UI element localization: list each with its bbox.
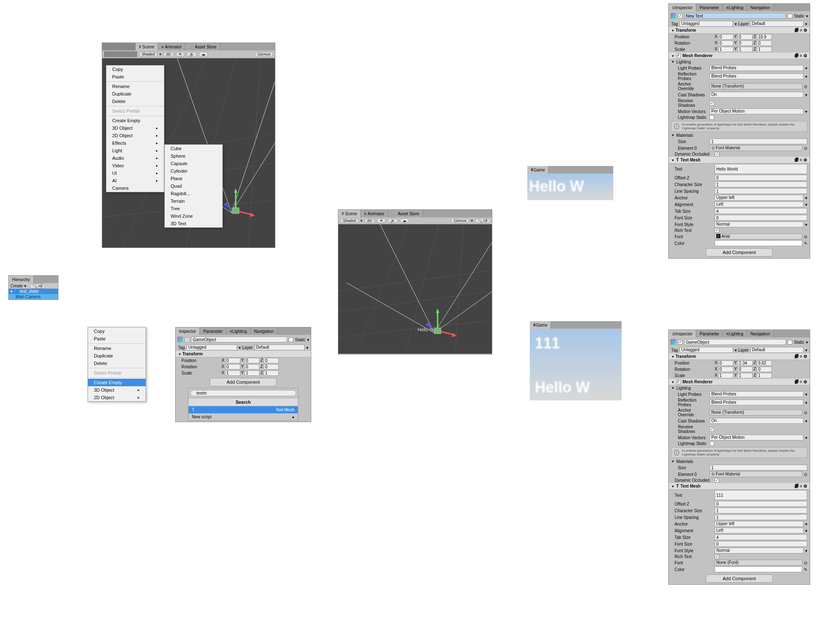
tab-lighting-b[interactable]: ≡ Lighting bbox=[723, 4, 747, 11]
motion-vectors-b[interactable]: Per Object Motion bbox=[710, 108, 803, 114]
scl-y-c[interactable] bbox=[738, 373, 753, 378]
search-result-text-mesh[interactable]: T Text Mesh bbox=[189, 406, 298, 413]
transform-header-b[interactable]: Transform bbox=[671, 28, 696, 33]
rot-x-c[interactable] bbox=[718, 367, 733, 372]
active-checkbox-b[interactable] bbox=[678, 14, 682, 18]
dyn-occluded-c[interactable] bbox=[715, 478, 719, 483]
line-spacing-c[interactable] bbox=[715, 514, 807, 520]
cast-shadows-b[interactable]: On bbox=[710, 92, 803, 98]
rot-y-b[interactable] bbox=[738, 40, 753, 46]
create-menu[interactable]: Create bbox=[10, 284, 23, 288]
pos-x-b[interactable] bbox=[718, 34, 733, 40]
add-component-button[interactable]: Add Component bbox=[210, 378, 277, 386]
receive-shadows-c[interactable] bbox=[710, 427, 714, 432]
pos-x[interactable] bbox=[225, 358, 240, 363]
rot-x[interactable] bbox=[225, 364, 240, 370]
ctx2-paste[interactable]: Paste bbox=[88, 335, 146, 342]
ctx2-delete[interactable]: Delete bbox=[88, 360, 146, 367]
sub-cylinder[interactable]: Cylinder bbox=[165, 167, 222, 175]
ctx2-duplicate[interactable]: Duplicate bbox=[88, 352, 146, 360]
font-c[interactable]: None (Font) bbox=[715, 560, 802, 566]
anchor-override-c[interactable]: None (Transform) bbox=[710, 410, 802, 415]
alignment-b[interactable]: Left bbox=[715, 201, 803, 207]
tab-asset-store-2[interactable]: 🛒 Asset Store bbox=[388, 210, 423, 217]
layer-dropdown[interactable]: Default bbox=[254, 345, 305, 350]
ctx-2d-object[interactable]: 2D Object bbox=[106, 132, 164, 139]
pos-y[interactable] bbox=[244, 358, 259, 363]
audio-toggle[interactable]: 🔊 bbox=[186, 52, 197, 57]
tab-parameter-b[interactable]: Parameter bbox=[696, 4, 723, 11]
pos-y-c[interactable] bbox=[738, 360, 753, 366]
scl-z[interactable] bbox=[264, 370, 279, 376]
alignment-c[interactable]: Left bbox=[715, 528, 803, 533]
static-checkbox-b[interactable] bbox=[788, 14, 792, 18]
light-probes-c[interactable]: Blend Probes bbox=[710, 391, 803, 397]
rot-x-b[interactable] bbox=[718, 40, 733, 46]
active-checkbox-c[interactable] bbox=[678, 340, 682, 345]
sub-3d-text[interactable]: 3D Text bbox=[165, 220, 222, 227]
rich-text-b[interactable] bbox=[715, 228, 719, 233]
active-checkbox[interactable] bbox=[185, 337, 189, 342]
font-style-b[interactable]: Normal bbox=[715, 221, 803, 227]
textmesh-header-b[interactable]: Text Mesh bbox=[680, 158, 700, 162]
scl-y-b[interactable] bbox=[738, 47, 753, 52]
tab-inspector-c[interactable]: ⊙ Inspector bbox=[669, 330, 696, 337]
meshrenderer-header-c[interactable]: Mesh Renderer bbox=[682, 380, 713, 384]
anchor-override-b[interactable]: None (Transform) bbox=[710, 83, 802, 89]
shaded-dropdown[interactable]: Shaded bbox=[139, 52, 158, 57]
offset-z-b[interactable] bbox=[715, 175, 807, 181]
tab-lighting-c[interactable]: ≡ Lighting bbox=[723, 330, 747, 337]
ctx-light[interactable]: Light bbox=[106, 147, 164, 154]
gizmo-2[interactable] bbox=[425, 308, 458, 341]
dyn-occluded-b[interactable] bbox=[715, 152, 719, 156]
tab-inspector-b[interactable]: ⊙ Inspector bbox=[669, 4, 696, 11]
add-component-c[interactable]: Add Component bbox=[706, 574, 773, 583]
ctx2-copy[interactable]: Copy bbox=[88, 327, 146, 335]
lighting-toggle[interactable]: ☀ bbox=[176, 52, 185, 57]
hierarchy-main-camera[interactable]: Main Camera bbox=[9, 294, 58, 299]
light-probes-b[interactable]: Blend Probes bbox=[710, 65, 803, 71]
ctx-camera[interactable]: Camera bbox=[106, 184, 164, 192]
text-field-c[interactable] bbox=[715, 490, 807, 500]
tab-inspector-a[interactable]: Inspector bbox=[176, 327, 200, 335]
tab-navigation-a[interactable]: Navigation bbox=[251, 327, 277, 335]
gizmos-dropdown-2[interactable]: Gizmos bbox=[451, 218, 469, 223]
line-spacing-b[interactable] bbox=[715, 188, 807, 194]
ctx-effects[interactable]: Effects bbox=[106, 139, 164, 147]
tab-scene-2[interactable]: # Scene bbox=[338, 210, 361, 217]
static-checkbox[interactable] bbox=[289, 337, 293, 342]
hierarchy-root[interactable]: ▾ 🔷 test_slider bbox=[9, 289, 58, 294]
scl-y[interactable] bbox=[244, 370, 259, 376]
ctx-paste[interactable]: Paste bbox=[106, 73, 164, 80]
sub-wind-zone[interactable]: Wind Zone bbox=[165, 212, 222, 220]
gizmos-dropdown[interactable]: Gizmos bbox=[254, 52, 273, 57]
text-field-b[interactable] bbox=[715, 164, 807, 174]
materials-size-c[interactable] bbox=[710, 465, 807, 470]
ctx-rename[interactable]: Rename bbox=[106, 83, 164, 90]
rot-y-c[interactable] bbox=[738, 367, 753, 372]
lighting-foldout-c[interactable]: Lighting bbox=[669, 385, 810, 391]
scl-z-c[interactable] bbox=[757, 373, 772, 378]
audio-toggle-2[interactable]: 🔊 bbox=[388, 218, 398, 223]
ctx-ui[interactable]: UI bbox=[106, 169, 164, 177]
meshrenderer-enabled-b[interactable] bbox=[676, 53, 681, 58]
rich-text-c[interactable] bbox=[715, 554, 719, 559]
scene-search-2[interactable]: 🔍 All bbox=[475, 218, 490, 223]
add-component-b[interactable]: Add Component bbox=[706, 248, 773, 257]
materials-foldout-c[interactable]: Materials bbox=[669, 459, 810, 464]
sub-tree[interactable]: Tree bbox=[165, 205, 222, 212]
textmesh-header-c[interactable]: Text Mesh bbox=[680, 484, 700, 488]
hierarchy-search[interactable]: 🔍 All bbox=[30, 284, 45, 289]
gizmo[interactable] bbox=[223, 188, 257, 221]
cast-shadows-c[interactable]: On bbox=[710, 418, 803, 424]
color-c[interactable] bbox=[715, 566, 802, 572]
component-search[interactable] bbox=[190, 390, 296, 396]
tab-asset-store[interactable]: 🛒 Asset Store bbox=[185, 43, 220, 50]
ctx2-create-empty[interactable]: Create Empty bbox=[88, 379, 146, 386]
ctx-duplicate[interactable]: Duplicate bbox=[106, 90, 164, 98]
pos-y-b[interactable] bbox=[738, 34, 753, 40]
pos-x-c[interactable] bbox=[718, 360, 733, 366]
pos-z-c[interactable] bbox=[757, 360, 772, 366]
tab-animator-2[interactable]: ≡ Animator bbox=[361, 210, 388, 217]
object-name-field[interactable] bbox=[191, 337, 287, 342]
